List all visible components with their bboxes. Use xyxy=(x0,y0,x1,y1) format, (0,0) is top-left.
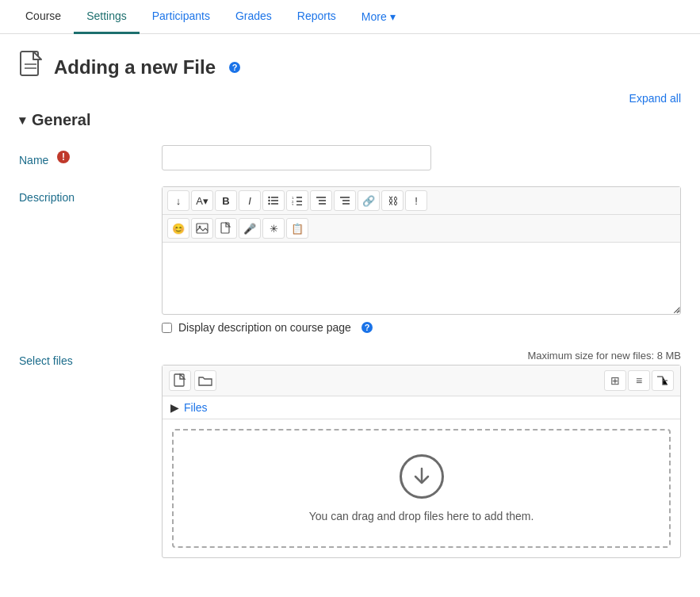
svg-point-11 xyxy=(268,200,270,201)
svg-text:?: ? xyxy=(232,63,238,72)
fp-tree-view-btn[interactable] xyxy=(652,370,674,391)
page-title: Adding a new File xyxy=(54,56,216,78)
drop-zone[interactable]: You can drag and drop files here to add … xyxy=(172,429,671,548)
max-size-text: Maximum size for new files: 8 MB xyxy=(162,350,681,362)
expand-all-button[interactable]: Expand all xyxy=(629,92,681,105)
tb-special-btn[interactable]: ! xyxy=(405,190,427,211)
section-header-general[interactable]: ▾ General xyxy=(19,111,681,129)
name-field-container xyxy=(162,145,681,170)
tb-format-btn[interactable]: ↓ xyxy=(167,190,189,211)
file-icon xyxy=(19,50,44,84)
file-picker-breadcrumb: ▶ Files xyxy=(163,396,680,419)
nav-item-grades[interactable]: Grades xyxy=(223,0,285,34)
nav-item-reports[interactable]: Reports xyxy=(285,0,349,34)
tb-unlink-btn[interactable]: ⛓ xyxy=(381,190,404,211)
fp-grid-view-btn[interactable]: ⊞ xyxy=(604,370,626,391)
drop-zone-text: You can drag and drop files here to add … xyxy=(309,510,534,522)
chevron-down-icon: ▾ xyxy=(390,10,396,23)
tb-ul-btn[interactable] xyxy=(262,190,285,211)
display-description-help-icon[interactable]: ? xyxy=(361,321,373,334)
nav-bar: Course Settings Participants Grades Repo… xyxy=(0,0,700,34)
tb-emoji-btn[interactable]: 😊 xyxy=(167,218,189,239)
page-header: Adding a new File ? xyxy=(0,34,700,92)
tb-audio-btn[interactable]: 🎤 xyxy=(239,218,261,239)
editor-toolbar-row2: 😊 🎤 ✳ 📋 xyxy=(163,215,680,243)
svg-point-10 xyxy=(268,197,270,198)
select-files-content: Maximum size for new files: 8 MB ⊞ ≡ xyxy=(162,350,681,558)
editor-container: ↓ A▾ B I 1.2.3. 🔗 xyxy=(162,186,681,315)
svg-rect-30 xyxy=(174,374,184,386)
expand-all-row: Expand all xyxy=(0,92,700,111)
description-editor: ↓ A▾ B I 1.2.3. 🔗 xyxy=(162,186,681,334)
fp-list-view-btn[interactable]: ≡ xyxy=(628,370,650,391)
nav-item-course[interactable]: Course xyxy=(13,0,74,34)
name-label: Name ! xyxy=(19,145,162,166)
description-input[interactable]: ◢ xyxy=(163,243,680,314)
tb-ol-btn[interactable]: 1.2.3. xyxy=(286,190,308,211)
resize-handle[interactable]: ◢ xyxy=(671,304,680,314)
display-description-checkbox[interactable] xyxy=(162,323,172,333)
file-picker-toolbar: ⊞ ≡ xyxy=(163,365,680,396)
description-row: Description ↓ A▾ B I 1.2.3. xyxy=(19,186,681,334)
file-picker: ⊞ ≡ ▶ Files xyxy=(162,365,681,558)
tb-indent-btn[interactable] xyxy=(334,190,356,211)
tb-paste-btn[interactable]: 📋 xyxy=(286,218,308,239)
tb-font-btn[interactable]: A▾ xyxy=(191,190,213,211)
tb-bold-btn[interactable]: B xyxy=(215,190,237,211)
breadcrumb-folder-icon: ▶ xyxy=(170,401,179,414)
tb-widget-btn[interactable]: ✳ xyxy=(262,218,285,239)
display-description-row: Display description on course page ? xyxy=(162,321,681,334)
drop-download-icon xyxy=(400,454,444,499)
tb-file-btn[interactable] xyxy=(215,218,237,239)
svg-text:3.: 3. xyxy=(292,203,294,205)
tb-outdent-btn[interactable] xyxy=(310,190,332,211)
select-files-label: Select files xyxy=(19,350,162,367)
nav-item-settings[interactable]: Settings xyxy=(74,0,140,34)
tb-image-btn[interactable] xyxy=(191,218,213,239)
tb-link-btn[interactable]: 🔗 xyxy=(358,190,380,211)
svg-text:?: ? xyxy=(365,323,370,332)
select-files-row: Select files Maximum size for new files:… xyxy=(19,350,681,558)
nav-item-participants[interactable]: Participants xyxy=(140,0,223,34)
svg-rect-25 xyxy=(197,224,208,233)
section-title-general: General xyxy=(32,111,90,129)
name-row: Name ! xyxy=(19,145,681,170)
fp-right-buttons: ⊞ ≡ xyxy=(604,370,674,391)
name-input[interactable] xyxy=(162,145,431,170)
editor-toolbar-row1: ↓ A▾ B I 1.2.3. 🔗 xyxy=(163,187,680,215)
svg-point-12 xyxy=(268,203,270,205)
general-section: ▾ General Name ! Description ↓ A▾ B I xyxy=(0,111,700,558)
required-indicator: ! xyxy=(56,151,71,167)
files-breadcrumb[interactable]: Files xyxy=(184,401,208,414)
svg-text:!: ! xyxy=(62,151,65,163)
tb-italic-btn[interactable]: I xyxy=(239,190,261,211)
fp-left-buttons xyxy=(169,370,216,391)
collapse-icon: ▾ xyxy=(19,113,25,128)
nav-item-more[interactable]: More ▾ xyxy=(349,1,408,33)
fp-add-file-btn[interactable] xyxy=(169,370,191,391)
description-label: Description xyxy=(19,186,162,204)
fp-create-folder-btn[interactable] xyxy=(194,370,216,391)
display-description-label: Display description on course page xyxy=(178,321,351,334)
help-icon[interactable]: ? xyxy=(228,61,241,74)
